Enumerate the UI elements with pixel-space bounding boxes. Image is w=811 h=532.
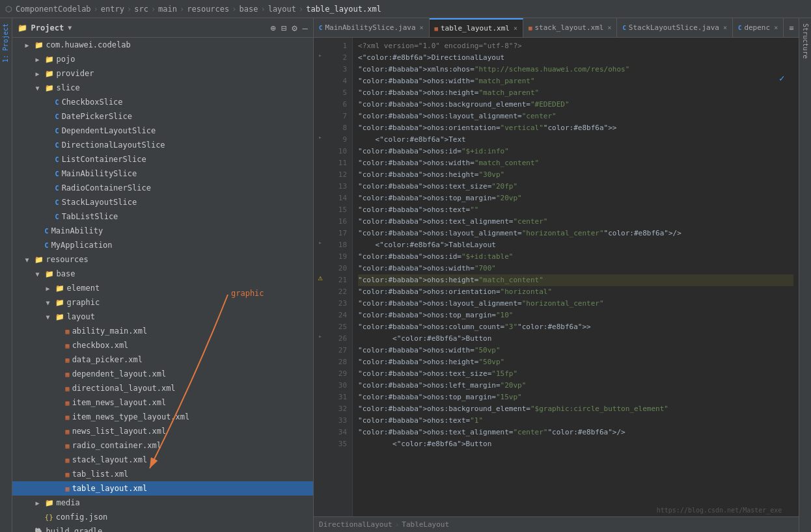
line-number-28: 28 (327, 356, 350, 368)
chevron-down-icon[interactable]: ▼ (68, 24, 72, 31)
tree-item-media[interactable]: ▶📁media (12, 496, 313, 510)
breadcrumb-directional: DirectionalLayout (319, 520, 392, 529)
tree-item-label: ListContainerSlice (62, 155, 146, 164)
tree-item-checkboxslice[interactable]: CCheckboxSlice (12, 95, 313, 109)
tree-item-item_news_layout-xml[interactable]: ▦item_news_layout.xml (12, 395, 313, 410)
tree-item-myapplication[interactable]: CMyApplication (12, 238, 313, 252)
fold-icon[interactable]: ▸ (318, 52, 322, 59)
tree-item-mainabilityslice[interactable]: CMainAbilitySlice (12, 166, 313, 181)
tree-item-layout[interactable]: ▼📁layout (12, 310, 313, 324)
line-number-9: 9 (327, 134, 350, 146)
project-tab-label[interactable]: 1: Project (1, 18, 10, 68)
line-number-11: 11 (327, 157, 350, 169)
tree-item-item_news_type_layout-xml[interactable]: ▦item_news_type_layout.xml (12, 410, 313, 424)
tree-item-stack_layout-xml[interactable]: ▦stack_layout.xml (12, 453, 313, 467)
warning-icon: ⚠ (318, 273, 322, 282)
tree-item-datepickerslice[interactable]: CDatePickerSlice (12, 109, 313, 124)
tree-item-ability_main-xml[interactable]: ▦ability_main.xml (12, 324, 313, 338)
tree-item-graphic[interactable]: ▼📁graphic (12, 295, 313, 310)
gutter-line-11 (314, 155, 327, 166)
structure-tab-label[interactable]: Structure (801, 18, 810, 64)
line-number-6: 6 (327, 99, 350, 111)
watermark: https://blog.csdn.net/Master_exe (654, 505, 785, 515)
code-line-17: "color:#bababa">ohos:layout_alignment="h… (358, 228, 793, 239)
tree-item-dependent_layout-xml[interactable]: ▦dependent_layout.xml (12, 367, 313, 381)
code-line-30: "color:#bababa">ohos:left_margin="20vp" (358, 380, 793, 392)
tree-item-element[interactable]: ▶📁element (12, 281, 313, 295)
project-vertical-tab[interactable]: 1: Project (0, 18, 12, 532)
tab-table-layout[interactable]: ▦ table_layout.xml × (430, 18, 523, 38)
tree-item-tablistslice[interactable]: CTabListSlice (12, 209, 313, 224)
tree-item-pojo[interactable]: ▶📁pojo (12, 52, 313, 66)
tree-toggle[interactable]: ▶ (46, 285, 55, 292)
tree-item-label: TabListSlice (62, 212, 118, 221)
gutter-line-16 (314, 213, 327, 225)
layout-icon[interactable]: ⊟ (281, 23, 286, 33)
xml-file-icon: ▦ (66, 370, 70, 379)
gutter-line-5 (314, 85, 327, 96)
tree-toggle[interactable]: ▼ (36, 271, 45, 278)
tree-item-news_list_layout-xml[interactable]: ▦news_list_layout.xml (12, 424, 313, 438)
tree-item-mainability[interactable]: CMainAbility (12, 224, 313, 238)
tab-stacklayoutslice[interactable]: C StackLayoutSlice.java × (617, 18, 733, 38)
xml-file-icon: ▦ (66, 341, 70, 350)
tree-item-slice[interactable]: ▼📁slice (12, 81, 313, 95)
line-number-22: 22 (327, 286, 350, 298)
structure-vertical-tab[interactable]: Structure (799, 18, 811, 532)
tree-item-build-gradle[interactable]: 🐘build.gradle (12, 524, 313, 532)
main-layout: 1: Project 📁 Project ▼ ⊕ ⊟ ⚙ — ▶📁com.hua… (0, 18, 811, 532)
tree-item-table_layout-xml[interactable]: ▦table_layout.xml (12, 481, 313, 496)
gutter-line-30 (314, 377, 327, 389)
tab-stack-layout[interactable]: ▦ stack_layout.xml × (523, 18, 617, 38)
tree-item-radio_container-xml[interactable]: ▦radio_container.xml (12, 438, 313, 453)
code-line-14: "color:#bababa">ohos:top_margin="20vp" (358, 193, 793, 204)
settings-icon[interactable]: ⚙ (292, 23, 297, 33)
tab-depenc[interactable]: C depenc × (733, 18, 784, 38)
fold-icon[interactable]: ▸ (318, 134, 322, 140)
tree-toggle[interactable]: ▼ (25, 256, 34, 263)
tab-mainabilityslice[interactable]: C MainAbilitySlice.java × (314, 18, 430, 38)
tree-item-radiocontainerslice[interactable]: CRadioContainerSlice (12, 181, 313, 195)
tree-toggle[interactable]: ▶ (36, 499, 45, 507)
tree-item-base[interactable]: ▼📁base (12, 267, 313, 281)
tab-close-stacklayout[interactable]: × (607, 24, 611, 31)
gutter-line-27 (314, 342, 327, 354)
fold-icon[interactable]: ▸ (318, 239, 322, 246)
code-line-3: "color:#bababa">xmlns:ohos="http://schem… (358, 64, 793, 75)
tree-item-config-json[interactable]: {}config.json (12, 510, 313, 524)
add-icon[interactable]: ⊕ (270, 23, 275, 33)
tree-item-checkbox-xml[interactable]: ▦checkbox.xml (12, 338, 313, 352)
tree-toggle[interactable]: ▼ (36, 85, 45, 92)
tree-item-label: table_layout.xml (72, 484, 148, 493)
close-icon[interactable]: — (303, 23, 308, 33)
tree-toggle[interactable]: ▶ (36, 70, 45, 77)
tree-item-provider[interactable]: ▶📁provider (12, 66, 313, 81)
tree-item-label: news_list_layout.xml (72, 427, 167, 436)
gutter-line-13 (314, 178, 327, 190)
tree-item-directional_layout-xml[interactable]: ▦directional_layout.xml (12, 381, 313, 395)
java-file-icon: C (55, 199, 59, 206)
tabs-menu-icon[interactable]: ≡ (784, 23, 799, 33)
tree-item-com-huawei-codelab[interactable]: ▶📁com.huawei.codelab (12, 38, 313, 52)
tree-item-stacklayoutslice[interactable]: CStackLayoutSlice (12, 195, 313, 209)
code-content[interactable]: <?xml version="1.0" encoding="utf-8"?><"… (353, 38, 799, 516)
fold-icon[interactable]: ▸ (318, 333, 322, 339)
tree-item-directionallayoutslice[interactable]: CDirectionalLayoutSlice (12, 138, 313, 152)
tab-close-tablelayout[interactable]: × (514, 25, 517, 32)
java-file-icon: C (55, 127, 59, 135)
code-line-23: "color:#bababa">ohos:layout_alignment="h… (358, 298, 793, 310)
tree-item-tab_list-xml[interactable]: ▦tab_list.xml (12, 467, 313, 481)
tree-toggle[interactable]: ▶ (25, 42, 34, 49)
tree-item-resources[interactable]: ▼📁resources (12, 252, 313, 267)
tree-item-data_picker-xml[interactable]: ▦data_picker.xml (12, 352, 313, 367)
tree-item-dependentlayoutslice[interactable]: CDependentLayoutSlice (12, 124, 313, 138)
tree-toggle[interactable]: ▶ (36, 56, 45, 63)
folder-icon: 📁 (45, 55, 54, 64)
tab-close-mainabilityslice[interactable]: × (420, 24, 424, 31)
tree-toggle[interactable]: ▼ (46, 313, 55, 321)
tab-close-stacklayoutslice[interactable]: × (723, 24, 727, 31)
tab-close-depenc[interactable]: × (774, 24, 778, 31)
tree-item-listcontainerslice[interactable]: CListContainerSlice (12, 152, 313, 166)
tree-item-label: element (67, 284, 100, 293)
tree-toggle[interactable]: ▼ (46, 299, 55, 306)
